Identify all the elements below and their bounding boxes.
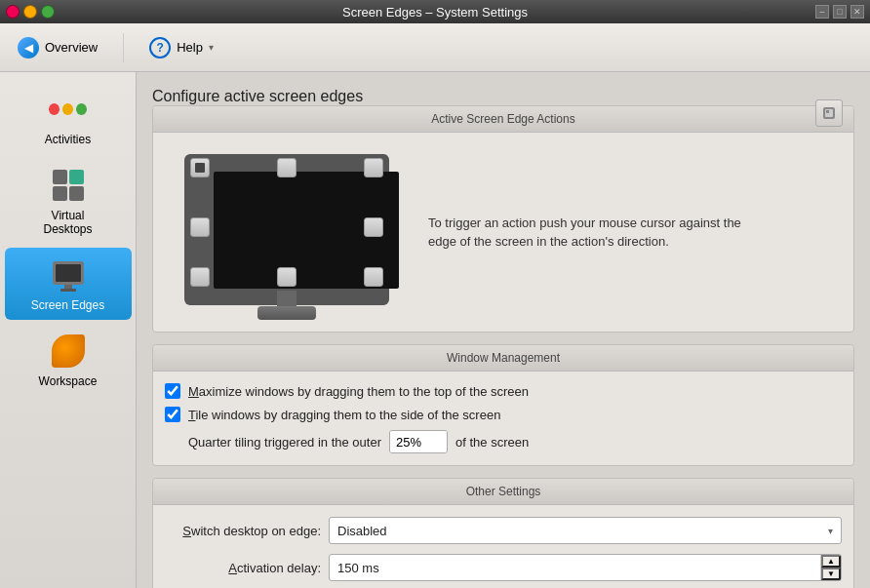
dot-red — [49, 103, 59, 115]
stand-neck — [277, 291, 297, 306]
titlebar-close-right[interactable]: ✕ — [850, 5, 864, 19]
switch-desktop-combo[interactable]: Disabled ▾ — [329, 517, 842, 544]
sidebar-workspace-label: Workspace — [39, 374, 98, 388]
help-button[interactable]: ? Help ▾ — [139, 33, 223, 62]
window-management-panel: Window Management Maximize windows by dr… — [152, 344, 854, 466]
active-edge-header: Active Screen Edge Actions — [153, 106, 853, 133]
help-chevron-icon[interactable]: ▾ — [209, 42, 214, 53]
switch-desktop-label: Switch desktop on edge: — [165, 524, 321, 538]
edge-icon-tl — [195, 163, 205, 173]
activation-delay-up[interactable]: ▲ — [821, 555, 841, 568]
workspace-icon — [49, 332, 88, 371]
edge-button-bottom-right[interactable] — [364, 267, 383, 287]
help-icon: ? — [149, 37, 171, 59]
quarter-spinbox[interactable]: ▲ ▼ — [389, 430, 448, 453]
switch-desktop-value: Disabled — [337, 524, 828, 538]
help-label: Help — [177, 40, 203, 55]
edge-button-mid-right[interactable] — [364, 217, 383, 237]
titlebar-window-controls[interactable] — [6, 5, 55, 19]
other-settings-panel: Other Settings Switch desktop on edge: D… — [152, 478, 854, 588]
content-area: Configure active screen edges Active Scr… — [137, 72, 870, 588]
maximize-checkbox-row: Maximize windows by dragging them to the… — [165, 383, 842, 399]
combo-arrow-icon: ▾ — [828, 526, 833, 536]
screen-diagram-container: To trigger an action push your mouse cur… — [165, 144, 842, 320]
maximize-label: Maximize windows by dragging them to the… — [188, 384, 529, 399]
edge-button-top-mid[interactable] — [277, 158, 297, 177]
titlebar: Screen Edges – System Settings – □ ✕ — [0, 0, 870, 23]
toolbar: ◀ Overview ? Help ▾ — [0, 23, 870, 72]
dot-green — [76, 103, 87, 115]
vd-cell-3 — [53, 186, 67, 201]
switch-desktop-row: Switch desktop on edge: Disabled ▾ — [165, 517, 842, 544]
virtual-desktops-icon — [49, 166, 88, 205]
sidebar-virtual-desktops-label: VirtualDesktops — [43, 209, 92, 236]
screen-diagram — [165, 144, 409, 320]
close-button[interactable] — [6, 5, 20, 19]
active-edge-body: To trigger an action push your mouse cur… — [153, 133, 853, 332]
quarter-prefix: Quarter tiling triggered in the outer — [188, 435, 381, 450]
sidebar: Activities VirtualDesktops — [0, 72, 137, 588]
tile-label: Tile windows by dragging them to the sid… — [188, 408, 500, 422]
restore-defaults-button[interactable] — [815, 99, 843, 127]
titlebar-min-right[interactable]: – — [815, 5, 829, 19]
window-title: Screen Edges – System Settings — [342, 5, 528, 20]
edge-button-bottom-mid[interactable] — [277, 267, 297, 287]
sidebar-item-activities[interactable]: Activities — [5, 82, 132, 154]
vd-cell-1 — [53, 170, 67, 184]
activation-delay-label: Activation delay: — [165, 561, 321, 575]
monitor-stand — [257, 291, 316, 320]
activation-delay-arrows: ▲ ▼ — [820, 555, 841, 580]
activation-delay-down[interactable]: ▼ — [821, 568, 841, 580]
edge-button-top-left[interactable] — [190, 158, 210, 177]
vd-cell-4 — [69, 186, 84, 201]
other-settings-body: Switch desktop on edge: Disabled ▾ Activ… — [153, 505, 853, 588]
tile-checkbox[interactable] — [165, 407, 180, 422]
toolbar-divider — [123, 33, 124, 62]
activation-delay-value: 150 ms — [330, 561, 820, 575]
stand-base — [257, 306, 316, 320]
tile-checkbox-row: Tile windows by dragging them to the sid… — [165, 407, 842, 422]
quarter-tiling-row: Quarter tiling triggered in the outer ▲ … — [188, 430, 842, 453]
workspace-swirl-shape — [52, 334, 85, 368]
svg-rect-1 — [56, 264, 81, 282]
maximize-checkbox[interactable] — [165, 383, 180, 399]
other-settings-header: Other Settings — [153, 479, 853, 505]
vd-cell-2 — [69, 170, 84, 184]
sidebar-screen-edges-label: Screen Edges — [31, 298, 104, 312]
page-title: Configure active screen edges — [152, 88, 363, 104]
overview-icon: ◀ — [18, 37, 39, 59]
titlebar-right-controls[interactable]: – □ ✕ — [815, 5, 864, 19]
edge-button-bottom-left[interactable] — [190, 267, 210, 287]
active-edge-panel: Active Screen Edge Actions — [152, 105, 854, 333]
svg-rect-2 — [64, 285, 72, 289]
overview-label: Overview — [45, 40, 98, 55]
diagram-description: To trigger an action push your mouse cur… — [428, 214, 760, 252]
quarter-value-input[interactable] — [390, 431, 448, 452]
svg-rect-3 — [60, 289, 76, 292]
sidebar-activities-label: Activities — [45, 133, 91, 146]
sidebar-item-screen-edges[interactable]: Screen Edges — [5, 248, 132, 320]
quarter-suffix: of the screen — [455, 435, 529, 450]
maximize-button[interactable] — [41, 5, 55, 19]
window-management-body: Maximize windows by dragging them to the… — [153, 372, 853, 465]
edge-button-top-right[interactable] — [364, 158, 383, 177]
sidebar-item-workspace[interactable]: Workspace — [5, 324, 132, 396]
activation-delay-spinbox[interactable]: 150 ms ▲ ▼ — [329, 554, 842, 581]
activation-delay-row: Activation delay: 150 ms ▲ ▼ — [165, 554, 842, 581]
overview-button[interactable]: ◀ Overview — [8, 33, 107, 62]
dot-yellow — [62, 103, 73, 115]
titlebar-max-right[interactable]: □ — [833, 5, 847, 19]
sidebar-item-virtual-desktops[interactable]: VirtualDesktops — [5, 158, 132, 244]
activities-icon — [49, 90, 88, 129]
screen-edges-icon — [49, 255, 88, 294]
window-management-header: Window Management — [153, 345, 853, 372]
minimize-button[interactable] — [23, 5, 37, 19]
svg-rect-6 — [826, 110, 829, 113]
main-layout: Activities VirtualDesktops — [0, 72, 870, 588]
edge-button-mid-left[interactable] — [190, 217, 210, 237]
